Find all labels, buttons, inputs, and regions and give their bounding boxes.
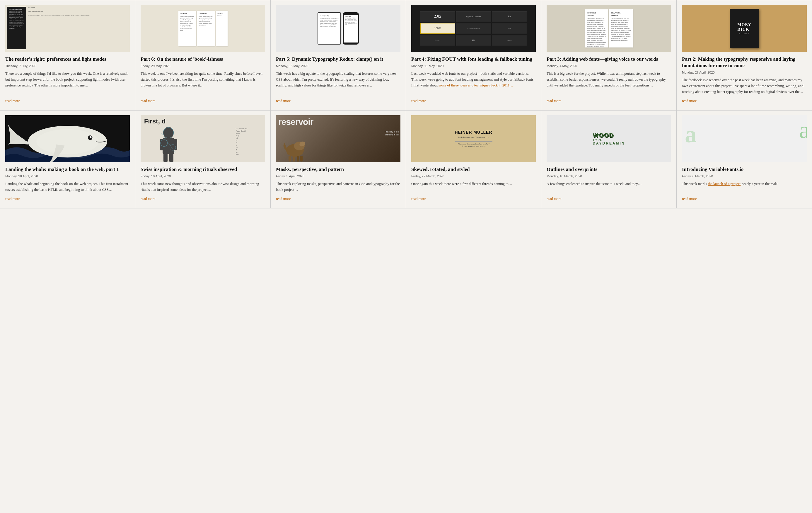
inline-link-variable[interactable]: the launch of a project <box>708 182 741 186</box>
card-image-part3: CHAPTER 1.Loomings. Call me Ishmael. Som… <box>547 5 671 52</box>
card-date: Monday, 16 March, 2020 <box>547 174 671 178</box>
read-more-link[interactable]: read more <box>276 99 400 103</box>
card-image-wood: WOOD TYPE DAYDREAMIN <box>547 115 671 162</box>
article-grid: CHAPTER 28. Ahab. FOR SEVERAL DAYS AFTER… <box>0 0 812 209</box>
card-excerpt: Landing the whale and beginning the book… <box>5 181 130 193</box>
card-excerpt: There are a couple of things I'd like to… <box>5 71 130 95</box>
card-excerpt: A few things coalesced to inspire the is… <box>547 181 671 193</box>
card-image-part4: 2.0x Agenda Counter Aa 100% display prev… <box>411 5 536 52</box>
card-excerpt: This week some new thoughts and observat… <box>141 181 265 193</box>
inline-link[interactable]: some of these ideas and techniques back … <box>438 83 513 87</box>
card-title: The reader's right: preferences and ligh… <box>5 56 130 62</box>
card-part3: CHAPTER 1.Loomings. Call me Ishmael. Som… <box>541 0 677 110</box>
card-landing-whale: Landing the whale: making a book on the … <box>0 110 135 209</box>
card-title: Part 6: On the nature of 'book'-ishness <box>141 56 265 62</box>
read-more-link[interactable]: read more <box>141 197 265 201</box>
read-more-link[interactable]: read more <box>5 197 130 201</box>
card-title: Part 4: Fixing FOUT with font loading & … <box>411 56 536 62</box>
card-title: Part 3: Adding web fonts—giving voice to… <box>547 56 671 62</box>
svg-point-9 <box>10 116 11 117</box>
card-part6: CHAPTER 1. Call me Ishmael. Some years a… <box>135 0 271 110</box>
svg-rect-28 <box>289 156 291 162</box>
svg-point-12 <box>36 129 98 154</box>
read-more-link[interactable]: read more <box>682 197 807 201</box>
card-title: Swiss inspiration & morning rituals obse… <box>141 166 265 173</box>
card-title: Landing the whale: making a book on the … <box>5 166 130 173</box>
card-part2: MOBYDICK Herman Melville Part 2: Making … <box>677 0 812 110</box>
card-date: Monday, 11 May, 2020 <box>411 64 536 68</box>
svg-rect-30 <box>297 156 299 162</box>
card-title: Outlines and overprints <box>547 166 671 173</box>
read-more-link[interactable]: read more <box>5 99 130 103</box>
read-more-link[interactable]: read more <box>411 99 536 103</box>
card-date: Monday, 20 April, 2020 <box>5 174 130 178</box>
svg-rect-20 <box>169 153 173 162</box>
card-swiss: First, d Our first date wasThayer Street… <box>135 110 271 209</box>
card-date: Friday, 6 March, 2020 <box>682 174 807 178</box>
card-excerpt: The feedback I've received over the past… <box>682 77 807 95</box>
card-title: Introducing VariableFonts.io <box>682 166 807 173</box>
card-date: Monday, 4 May, 2020 <box>547 64 671 68</box>
card-variable-fonts: a a Introducing VariableFonts.io Friday,… <box>677 110 812 209</box>
card-image-part2: MOBYDICK Herman Melville <box>682 5 807 52</box>
card-image-variable: a a <box>682 115 807 162</box>
card-title: Part 5: Dynamic Typography Redux: clamp(… <box>276 56 400 62</box>
card-readers-right: CHAPTER 28. Ahab. FOR SEVERAL DAYS AFTER… <box>0 0 135 110</box>
card-date: Monday, 27 April, 2020 <box>682 71 807 74</box>
card-excerpt: Last week we added web fonts to our proj… <box>411 71 536 95</box>
read-more-link[interactable]: read more <box>547 197 671 201</box>
card-image-swiss: First, d Our first date wasThayer Street… <box>141 115 265 162</box>
svg-rect-29 <box>293 156 295 162</box>
card-date: Friday, 3 April, 2020 <box>276 174 400 178</box>
card-image-whale <box>5 115 130 162</box>
card-excerpt: This week is one I've been awaiting for … <box>141 71 265 95</box>
card-skewed: HEINER MÜLLER Wolokolamsker Chaussee I–V… <box>406 110 541 209</box>
card-excerpt: This week has a big update to the typogr… <box>276 71 400 95</box>
card-image-readers: CHAPTER 28. Ahab. FOR SEVERAL DAYS AFTER… <box>5 5 130 52</box>
card-date: Monday, 18 May, 2020 <box>276 64 400 68</box>
card-image-part6: CHAPTER 1. Call me Ishmael. Some years a… <box>141 5 265 52</box>
card-title: Skewed, rotated, and styled <box>411 166 536 173</box>
card-excerpt: Once again this week there were a few di… <box>411 181 536 193</box>
card-date: Friday, 27 March, 2020 <box>411 174 536 178</box>
read-more-link[interactable]: read more <box>547 99 671 103</box>
card-date: Tuesday, 7 July, 2020 <box>5 64 130 68</box>
card-excerpt: This week exploring masks, perspective, … <box>276 181 400 193</box>
svg-point-15 <box>163 127 174 139</box>
card-image-heiner: HEINER MÜLLER Wolokolamsker Chaussee I–V… <box>411 115 536 162</box>
card-excerpt: This week marks the launch of a project … <box>682 181 807 193</box>
card-outlines: WOOD TYPE DAYDREAMIN Outlines and overpr… <box>541 110 677 209</box>
read-more-link[interactable]: read more <box>141 99 265 103</box>
card-title: Masks, perspective, and pattern <box>276 166 400 173</box>
book-mockup: CHAPTER 28. Ahab. FOR SEVERAL DAYS AFTER… <box>7 7 26 49</box>
card-image-part5: he Carpet-Bag NTO MY OLD CARPET-BAG, TUC… <box>276 5 400 52</box>
svg-rect-19 <box>164 153 168 162</box>
read-more-link[interactable]: read more <box>682 99 807 103</box>
card-part4: 2.0x Agenda Counter Aa 100% display prev… <box>406 0 541 110</box>
card-date: Friday, 29 May, 2020 <box>141 64 265 68</box>
card-part5: he Carpet-Bag NTO MY OLD CARPET-BAG, TUC… <box>271 0 406 110</box>
card-image-masks: reservoir The story of a dstanding in th… <box>276 115 400 162</box>
svg-rect-31 <box>300 156 302 162</box>
whale-svg <box>5 115 130 162</box>
read-more-link[interactable]: read more <box>411 197 536 201</box>
card-excerpt: This is a big week for the project. Whil… <box>547 71 671 95</box>
read-more-link[interactable]: read more <box>276 197 400 201</box>
card-title: Part 2: Making the typography responsive… <box>682 56 807 69</box>
card-date: Friday, 10 April, 2020 <box>141 174 265 178</box>
svg-point-14 <box>90 136 92 138</box>
card-masks: reservoir The story of a dstanding in th… <box>271 110 406 209</box>
svg-rect-16 <box>163 138 174 154</box>
